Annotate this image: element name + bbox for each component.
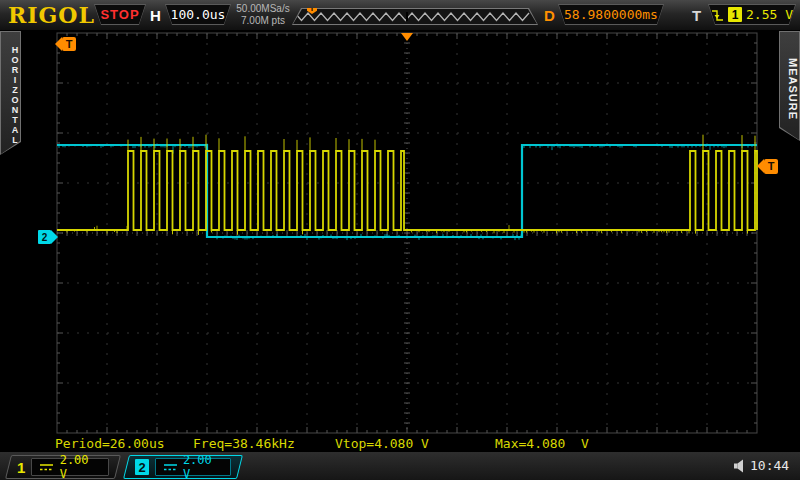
measurement-period[interactable]: Period=26.00us — [55, 436, 165, 451]
measurement-max[interactable]: Max=4.080 V — [495, 436, 589, 451]
trigger-source-badge: 1 — [728, 7, 742, 22]
channel2-scale: 2.00 V — [183, 453, 223, 480]
tab-horizontal[interactable]: HORIZONTAL — [0, 31, 21, 155]
acquisition-info: 50.00MSa/s 7.00M pts — [232, 3, 294, 27]
timebase-value: 100.0us — [166, 5, 230, 24]
measurement-vtop[interactable]: Vtop=4.080 V — [335, 436, 429, 451]
trigger-settings-button[interactable]: 1 2.55 V — [708, 4, 796, 25]
channel-status-bar: 1 2.00 V 2 2.00 V — [0, 451, 800, 480]
falling-edge-icon — [711, 7, 724, 23]
memory-waveform-icon — [293, 9, 537, 24]
channel2-marker-label: 2 — [38, 230, 51, 244]
trigger-level-marker[interactable]: T — [757, 159, 778, 174]
speaker-icon[interactable] — [733, 459, 747, 473]
channel2-ground-marker[interactable]: 2 — [38, 230, 58, 244]
dc-coupling-icon — [163, 462, 177, 472]
channel1-scale: 2.00 V — [60, 453, 101, 480]
tab-measure-label: MEASURE — [780, 32, 799, 140]
run-state-label: STOP — [95, 5, 145, 24]
delay-button[interactable]: 58.9800000ms — [558, 4, 664, 25]
memory-bar-track — [293, 9, 537, 24]
trigger-label: T — [692, 7, 701, 24]
channel1-number: 1 — [17, 459, 25, 476]
clock-time: 10:44 — [750, 458, 789, 473]
sample-rate: 50.00MSa/s — [232, 3, 294, 15]
trigger-level-value: 2.55 V — [746, 7, 793, 22]
trigger-position-icon[interactable] — [401, 33, 413, 41]
trigger-status-label: T — [62, 37, 76, 51]
trigger-level-arrow-icon — [757, 159, 764, 173]
timebase-button[interactable]: 100.0us — [165, 4, 231, 25]
tab-horizontal-label: HORIZONTAL — [1, 32, 20, 154]
waveform-display — [0, 0, 800, 480]
channel2-number: 2 — [135, 459, 149, 475]
rigol-logo: RIGOL — [8, 2, 95, 28]
view-position-marker — [406, 12, 408, 21]
delay-label: D — [544, 7, 555, 24]
horizontal-label: H — [150, 7, 161, 24]
dc-coupling-icon — [39, 462, 53, 472]
channel2-badge[interactable]: 2 2.00 V — [123, 455, 243, 479]
memory-depth: 7.00M pts — [232, 15, 294, 27]
channel1-badge[interactable]: 1 2.00 V — [5, 455, 121, 479]
channel2-marker-arrow-icon — [51, 230, 58, 244]
delay-value: 58.9800000ms — [559, 5, 663, 24]
measurement-freq[interactable]: Freq=38.46kHz — [193, 436, 295, 451]
trigger-status-marker[interactable]: T — [55, 37, 76, 51]
header-bar: RIGOL STOP H 100.0us 50.00MSa/s 7.00M pt… — [0, 0, 800, 30]
clock-area: 10:44 — [733, 458, 789, 473]
memory-position-bar[interactable]: T — [292, 8, 538, 25]
trigger-level-label: T — [764, 159, 778, 174]
trigger-status-arrow-icon — [55, 37, 62, 51]
run-state-button[interactable]: STOP — [94, 4, 146, 25]
tab-measure[interactable]: MEASURE — [779, 31, 800, 141]
